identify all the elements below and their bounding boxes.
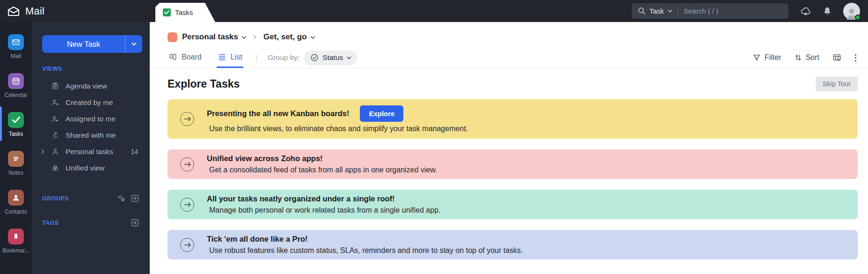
unified-venn-icon bbox=[51, 164, 59, 172]
online-status-dot bbox=[855, 15, 861, 20]
page-title: Explore Tasks bbox=[168, 78, 240, 90]
rail-item-notes[interactable]: Notes bbox=[0, 151, 32, 176]
personal-tasks-count: 14 bbox=[131, 148, 150, 156]
columns-button[interactable] bbox=[832, 53, 842, 62]
banner-title: Presenting the all new Kanban boards! bbox=[207, 109, 349, 118]
zoho-mail-tasks-screen: Mail Tasks Task | bbox=[0, 0, 868, 274]
rail-label: Bookmar... bbox=[2, 247, 29, 254]
view-item-label: Created by me bbox=[66, 98, 113, 107]
rail-label: Contacts bbox=[5, 208, 27, 215]
offline-cloud-icon[interactable] bbox=[800, 6, 811, 16]
breadcrumb-separator-icon bbox=[253, 34, 257, 40]
contacts-icon bbox=[8, 190, 24, 206]
chevron-down-icon[interactable] bbox=[668, 9, 672, 13]
tab-tasks[interactable]: Tasks bbox=[155, 3, 215, 22]
content-titlebar: Explore Tasks Skip Tour bbox=[168, 76, 858, 91]
toolbar-divider: | bbox=[255, 53, 258, 63]
rail-label: Notes bbox=[8, 170, 23, 176]
arrow-circle-icon bbox=[180, 157, 194, 171]
skip-tour-button[interactable]: Skip Tour bbox=[816, 76, 858, 91]
search-scope-dropdown[interactable]: Task bbox=[649, 7, 664, 15]
view-item-assigned-to-me[interactable]: Assigned to me bbox=[32, 111, 150, 127]
search-bar[interactable]: Task | bbox=[632, 3, 788, 19]
mail-logo-icon bbox=[7, 6, 20, 17]
app-rail: Mail Calendar Tasks Notes Contact bbox=[0, 22, 32, 274]
group-by-dropdown[interactable]: Status bbox=[304, 51, 357, 65]
new-task-label[interactable]: New Task bbox=[42, 35, 125, 53]
chevron-down-icon bbox=[347, 56, 351, 59]
breadcrumb-current-label: Get, set, go bbox=[263, 32, 307, 42]
manage-groups-icon[interactable] bbox=[117, 194, 126, 202]
rail-item-mail[interactable]: Mail bbox=[0, 34, 32, 59]
agenda-icon bbox=[51, 82, 59, 90]
banner-title: Tick 'em all done like a Pro! bbox=[207, 235, 523, 244]
tab-list-view[interactable]: List bbox=[217, 47, 243, 68]
breadcrumb: Personal tasks Get, set, go bbox=[168, 29, 857, 45]
breadcrumb-current[interactable]: Get, set, go bbox=[263, 32, 315, 42]
rail-item-bookmarks[interactable]: Bookmar... bbox=[0, 229, 32, 254]
tasks-check-icon bbox=[163, 8, 171, 16]
app-logo[interactable]: Mail bbox=[0, 5, 44, 17]
banner-tick-em-all: Tick 'em all done like a Pro! Use robust… bbox=[168, 230, 858, 259]
person-share-icon bbox=[51, 131, 59, 140]
notifications-bell-icon[interactable] bbox=[823, 6, 832, 16]
breadcrumb-parent-label: Personal tasks bbox=[182, 32, 238, 42]
sort-label: Sort bbox=[806, 53, 819, 62]
view-item-agenda[interactable]: Agenda view bbox=[32, 78, 150, 94]
main-panel: Personal tasks Get, set, go bbox=[150, 22, 868, 274]
arrow-circle-icon bbox=[180, 112, 194, 126]
tags-header: TAGS bbox=[42, 218, 139, 227]
add-tag-icon[interactable] bbox=[131, 218, 139, 227]
banner-unified-view: Unified view across Zoho apps! Get a con… bbox=[168, 149, 858, 179]
explore-button[interactable]: Explore bbox=[360, 105, 403, 122]
board-tab-label: Board bbox=[182, 53, 202, 61]
more-options-kebab-icon[interactable] bbox=[854, 53, 857, 62]
topbar-right: Task | bbox=[632, 3, 868, 20]
filter-button[interactable]: Filter bbox=[752, 53, 781, 62]
topbar: Mail Tasks Task | bbox=[0, 0, 868, 22]
chevron-down-icon bbox=[310, 36, 315, 39]
person-icon bbox=[51, 148, 59, 156]
tab-board-view[interactable]: Board bbox=[168, 47, 203, 68]
search-input[interactable] bbox=[684, 7, 782, 15]
view-item-created-by-me[interactable]: Created by me bbox=[32, 94, 150, 111]
person-arrow-in-icon bbox=[51, 115, 59, 123]
new-task-button[interactable]: New Task bbox=[42, 35, 142, 53]
new-task-dropdown[interactable] bbox=[125, 35, 142, 53]
chevron-down-icon bbox=[241, 36, 247, 39]
sort-button[interactable]: Sort bbox=[794, 53, 819, 62]
tab-label: Tasks bbox=[175, 8, 193, 16]
view-item-personal-tasks[interactable]: Personal tasks 14 bbox=[32, 143, 150, 160]
banner-kanban: Presenting the all new Kanban boards! Ex… bbox=[168, 99, 858, 139]
status-check-icon bbox=[310, 53, 319, 62]
expand-chevron-icon[interactable] bbox=[41, 149, 44, 154]
rail-item-calendar[interactable]: Calendar bbox=[0, 73, 32, 98]
banner-subtitle: Use robust features like custom status, … bbox=[207, 246, 523, 255]
rail-item-contacts[interactable]: Contacts bbox=[0, 190, 32, 215]
view-item-shared-with-me[interactable]: Shared with me bbox=[32, 127, 150, 143]
view-toolbar: Board List | Group by: Status Filter bbox=[168, 47, 857, 68]
groups-header: GROUPS bbox=[42, 194, 139, 203]
breadcrumb-parent[interactable]: Personal tasks bbox=[182, 32, 247, 42]
search-icon bbox=[638, 7, 646, 15]
add-group-icon[interactable] bbox=[131, 194, 139, 203]
filter-label: Filter bbox=[765, 53, 781, 62]
banner-title: Unified view across Zoho apps! bbox=[207, 154, 437, 163]
active-indicator bbox=[0, 106, 2, 141]
user-avatar[interactable] bbox=[843, 3, 860, 20]
rail-label: Tasks bbox=[9, 131, 23, 137]
view-item-unified-view[interactable]: Unified view bbox=[32, 160, 150, 176]
group-by-value: Status bbox=[322, 53, 343, 62]
tasks-icon bbox=[8, 112, 24, 128]
list-tab-label: List bbox=[231, 53, 242, 61]
tags-header-label: TAGS bbox=[42, 220, 59, 226]
banner-subtitle: Get a consolidated feed of tasks from al… bbox=[207, 166, 437, 174]
notes-icon bbox=[8, 151, 24, 167]
rail-label: Mail bbox=[11, 53, 21, 59]
person-arrow-out-icon bbox=[51, 98, 59, 107]
rail-item-tasks[interactable]: Tasks bbox=[0, 112, 32, 137]
view-item-label: Assigned to me bbox=[66, 115, 116, 123]
explore-tasks-content: Explore Tasks Skip Tour Presenting the a… bbox=[150, 68, 868, 259]
tour-banners: Presenting the all new Kanban boards! Ex… bbox=[168, 99, 858, 259]
view-item-label: Shared with me bbox=[66, 131, 116, 140]
